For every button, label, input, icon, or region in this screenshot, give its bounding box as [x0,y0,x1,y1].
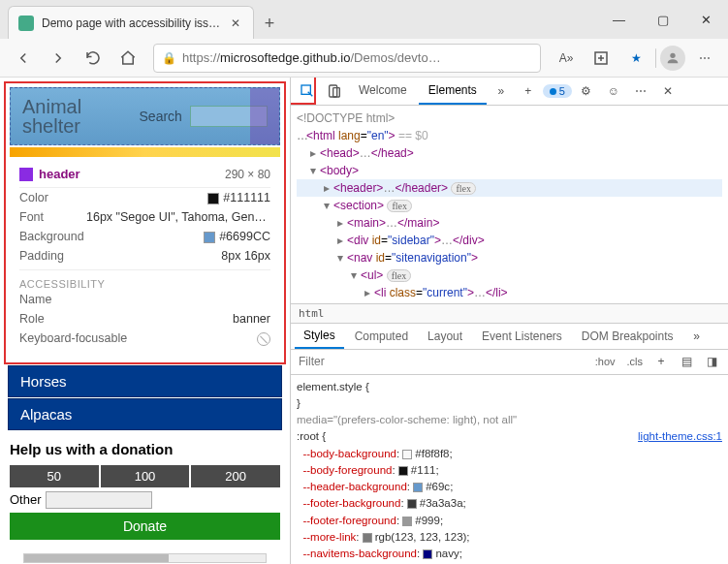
site-info-icon[interactable]: 🔒 [162,51,176,65]
close-devtools-button[interactable]: ✕ [655,78,681,104]
add-tab-button[interactable]: + [516,78,541,104]
browser-tab[interactable]: Demo page with accessibility iss… ✕ [8,6,254,39]
more-tabs-button[interactable]: » [489,78,514,104]
profile-avatar[interactable] [660,46,685,71]
amount-100-button[interactable]: 100 [101,465,190,487]
tab-styles[interactable]: Styles [295,324,344,349]
collections-button[interactable] [586,43,617,74]
address-bar[interactable]: 🔒 https://microsoftedge.github.io/Demos/… [153,44,541,73]
cls-toggle[interactable]: .cls [621,353,649,370]
nav-item-horses[interactable]: Horses [8,365,282,397]
tab-title: Demo page with accessibility iss… [42,16,220,30]
window-titlebar: Demo page with accessibility iss… ✕ + ― … [0,0,728,39]
device-emulation-button[interactable] [322,78,347,104]
more-options-icon[interactable]: ⋯ [628,78,653,104]
reader-mode-button[interactable]: A» [551,43,582,74]
close-window-button[interactable]: ✕ [684,0,728,39]
stylesheet-link[interactable]: light-theme.css:1 [638,428,722,445]
more-styles-tabs-icon[interactable]: » [684,324,710,349]
back-button[interactable] [8,43,39,74]
tooltip-dimensions: 290 × 80 [225,168,270,181]
donation-title: Help us with a donation [10,441,280,457]
url-text: https://microsoftedge.github.io/Demos/de… [182,50,441,65]
tooltip-tag: header [39,167,80,181]
toggle-sidebar-icon[interactable]: ◨ [699,349,724,374]
divider [655,48,656,68]
tab-layout[interactable]: Layout [419,325,471,348]
donate-button[interactable]: Donate [10,513,280,540]
other-amount-input[interactable] [46,491,152,509]
selected-dom-row[interactable]: ▸<header>…</header> flex [297,179,722,197]
styles-filter-input[interactable] [295,353,589,370]
settings-icon[interactable]: ⚙ [574,78,599,104]
hov-toggle[interactable]: :hov [589,353,621,370]
styles-body[interactable]: element.style { } media="(prefers-color-… [291,375,728,564]
na-icon [257,332,270,346]
page-title-text: Animal shelter [22,97,132,136]
nav-item-alpacas[interactable]: Alpacas [8,398,282,430]
dom-breadcrumb[interactable]: html [291,303,728,324]
page-viewport: Animal shelter Search header 290 × 80 Co… [0,78,291,564]
callout-highlight [291,78,316,105]
computed-sidebar-icon[interactable]: ▤ [674,349,699,374]
inspector-tooltip: header 290 × 80 Color#111111 Font16px "S… [10,157,280,359]
tab-dom-breakpoints[interactable]: DOM Breakpoints [573,325,682,348]
home-button[interactable] [112,43,143,74]
feedback-icon[interactable]: ☺ [601,78,626,104]
styles-tabs: Styles Computed Layout Event Listeners D… [291,324,728,350]
a11y-section-label: ACCESSIBILITY [19,269,270,290]
more-menu-button[interactable]: ⋯ [689,43,720,74]
tab-elements[interactable]: Elements [419,78,487,105]
element-type-icon [19,168,33,181]
svg-point-1 [670,52,675,57]
header-accent-bar [10,147,280,157]
tab-event-listeners[interactable]: Event Listeners [473,325,571,348]
refresh-button[interactable] [78,43,109,74]
maximize-button[interactable]: ▢ [641,0,684,39]
new-tab-button[interactable]: + [254,8,285,39]
minimize-button[interactable]: ― [597,0,641,39]
tab-welcome[interactable]: Welcome [349,78,417,105]
page-header: Animal shelter Search [10,87,280,145]
other-label: Other [10,492,42,507]
dom-tree[interactable]: <!DOCTYPE html> …<html lang="en"> == $0 … [291,106,728,303]
favorite-icon[interactable]: ★ [620,43,651,74]
window-controls: ― ▢ ✕ [597,0,728,39]
browser-toolbar: 🔒 https://microsoftedge.github.io/Demos/… [0,39,728,78]
horizontal-scrollbar[interactable] [23,553,267,563]
amount-50-button[interactable]: 50 [10,465,99,487]
tab-favicon [18,16,34,31]
inspector-highlight-area: Animal shelter Search header 290 × 80 Co… [4,81,286,364]
issues-badge[interactable]: 5 [543,84,572,98]
styles-filter-row: :hov .cls + ▤ ◨ [291,350,728,375]
new-style-rule-button[interactable]: + [649,349,674,374]
amount-200-button[interactable]: 200 [191,465,280,487]
forward-button[interactable] [43,43,74,74]
donation-section: Help us with a donation 50 100 200 Other… [4,431,286,549]
tab-computed[interactable]: Computed [346,325,417,348]
devtools-toolbar: Welcome Elements » + 5 ⚙ ☺ ⋯ ✕ [291,78,728,106]
devtools-panel: Welcome Elements » + 5 ⚙ ☺ ⋯ ✕ <!DOCTYPE… [291,78,728,564]
close-tab-icon[interactable]: ✕ [228,16,243,31]
search-input[interactable] [190,106,268,127]
search-label: Search [140,109,182,124]
